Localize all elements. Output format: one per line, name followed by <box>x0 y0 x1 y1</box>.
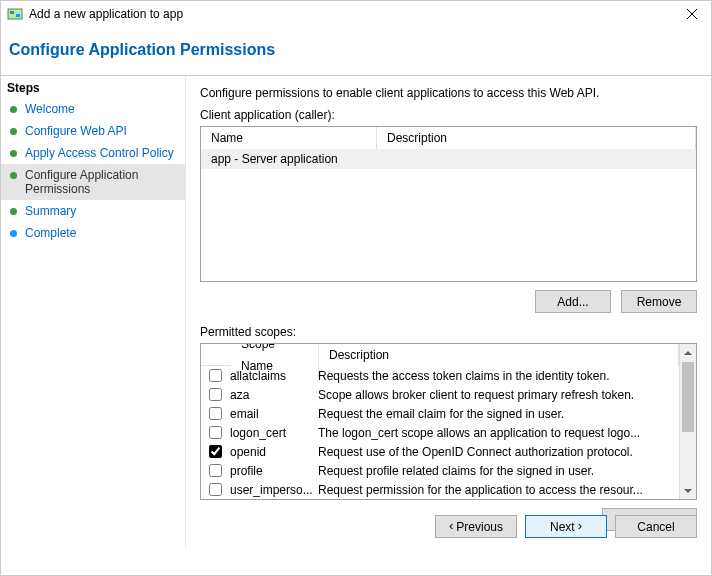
title-bar: Add a new application to app <box>1 1 711 27</box>
client-app-row[interactable]: app - Server application <box>201 149 696 169</box>
step-bullet-icon <box>7 227 19 239</box>
hint-text: Configure permissions to enable client a… <box>200 84 697 108</box>
step-summary[interactable]: Summary <box>1 200 185 222</box>
app-icon <box>7 6 23 22</box>
step-access-control[interactable]: Apply Access Control Policy <box>1 142 185 164</box>
scope-checkbox[interactable] <box>209 369 222 382</box>
scope-row[interactable]: azaScope allows broker client to request… <box>201 385 679 404</box>
scope-row[interactable]: openidRequest use of the OpenID Connect … <box>201 442 679 461</box>
next-button[interactable]: Next <box>525 515 607 538</box>
page-heading: Configure Application Permissions <box>1 27 711 75</box>
scope-checkbox[interactable] <box>209 407 222 420</box>
scopes-label: Permitted scopes: <box>200 325 697 343</box>
scope-description: Request use of the OpenID Connect author… <box>318 445 679 459</box>
scope-row[interactable]: emailRequest the email claim for the sig… <box>201 404 679 423</box>
scope-row[interactable]: logon_certThe logon_cert scope allows an… <box>201 423 679 442</box>
scope-description: Scope allows broker client to request pr… <box>318 388 679 402</box>
close-icon <box>687 9 697 19</box>
close-button[interactable] <box>679 4 705 24</box>
scope-description: Requests the access token claims in the … <box>318 369 679 383</box>
step-bullet-icon <box>7 125 19 137</box>
scope-description: The logon_cert scope allows an applicati… <box>318 426 679 440</box>
scope-row[interactable]: profileRequest profile related claims fo… <box>201 461 679 480</box>
scroll-up-button[interactable] <box>680 344 696 361</box>
scope-name: email <box>230 407 318 421</box>
step-bullet-icon <box>7 147 19 159</box>
client-app-label: Client application (caller): <box>200 108 697 126</box>
scope-name: openid <box>230 445 318 459</box>
scope-row[interactable]: user_imperso...Request permission for th… <box>201 480 679 499</box>
client-app-table[interactable]: Name Description app - Server applicatio… <box>200 126 697 282</box>
scope-description: Request permission for the application t… <box>318 483 679 497</box>
step-complete[interactable]: Complete <box>1 222 185 244</box>
step-configure-web-api[interactable]: Configure Web API <box>1 120 185 142</box>
add-button[interactable]: Add... <box>535 290 611 313</box>
step-bullet-icon <box>7 205 19 217</box>
scopes-table[interactable]: Scope Name Description allatclaimsReques… <box>200 343 697 500</box>
scope-checkbox[interactable] <box>209 388 222 401</box>
scope-name: aza <box>230 388 318 402</box>
window-title: Add a new application to app <box>29 7 679 21</box>
client-app-name: app - Server application <box>201 152 377 166</box>
scope-name: profile <box>230 464 318 478</box>
step-bullet-icon <box>7 103 19 115</box>
col-header-scope-description[interactable]: Description <box>319 344 679 366</box>
wizard-footer: Previous Next Cancel <box>435 515 697 538</box>
cancel-button[interactable]: Cancel <box>615 515 697 538</box>
scope-checkbox[interactable] <box>209 483 222 496</box>
remove-button[interactable]: Remove <box>621 290 697 313</box>
col-header-name[interactable]: Name <box>201 127 377 149</box>
step-welcome[interactable]: Welcome <box>1 98 185 120</box>
scope-name: allatclaims <box>230 369 318 383</box>
scope-row[interactable]: allatclaimsRequests the access token cla… <box>201 366 679 385</box>
scopes-scrollbar[interactable] <box>679 344 696 499</box>
scroll-thumb[interactable] <box>682 362 694 432</box>
step-label: Configure Application Permissions <box>25 168 179 196</box>
scope-description: Request profile related claims for the s… <box>318 464 679 478</box>
step-label: Apply Access Control Policy <box>25 146 174 160</box>
scope-name: user_imperso... <box>230 483 318 497</box>
sidebar-header: Steps <box>1 78 185 98</box>
chevron-up-icon <box>684 349 692 357</box>
scope-description: Request the email claim for the signed i… <box>318 407 679 421</box>
scope-checkbox[interactable] <box>209 445 222 458</box>
step-label: Welcome <box>25 102 75 116</box>
scope-checkbox[interactable] <box>209 464 222 477</box>
svg-rect-2 <box>16 14 20 17</box>
step-label: Complete <box>25 226 76 240</box>
scope-checkbox[interactable] <box>209 426 222 439</box>
scroll-down-button[interactable] <box>680 482 696 499</box>
next-label: Next <box>550 520 575 534</box>
chevron-down-icon <box>684 487 692 495</box>
steps-sidebar: Steps Welcome Configure Web API Apply Ac… <box>1 76 186 548</box>
step-label: Configure Web API <box>25 124 127 138</box>
col-header-description[interactable]: Description <box>377 127 696 149</box>
previous-button[interactable]: Previous <box>435 515 517 538</box>
content-panel: Configure permissions to enable client a… <box>186 76 711 548</box>
scope-name: logon_cert <box>230 426 318 440</box>
svg-rect-1 <box>10 11 14 14</box>
step-bullet-icon <box>7 169 19 181</box>
step-configure-permissions[interactable]: Configure Application Permissions <box>1 164 185 200</box>
previous-label: Previous <box>456 520 503 534</box>
step-label: Summary <box>25 204 76 218</box>
